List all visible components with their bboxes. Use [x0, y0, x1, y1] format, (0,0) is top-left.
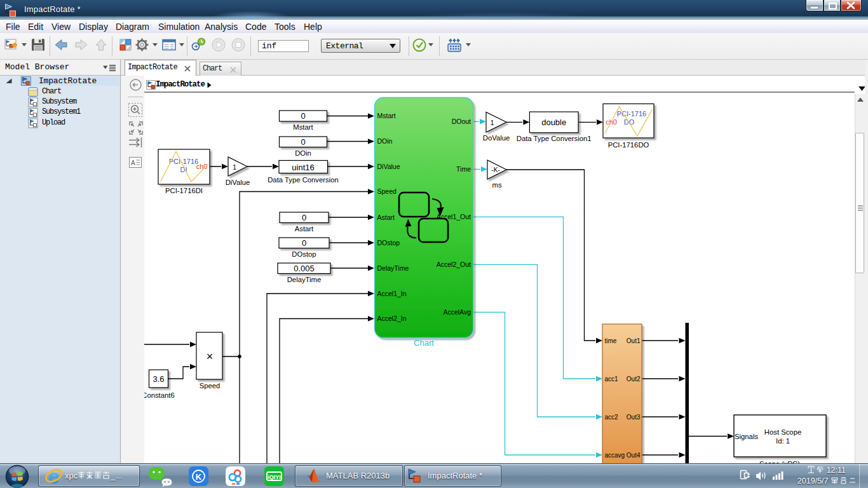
- svg-text:DiValue: DiValue: [377, 163, 400, 170]
- svg-text:DiValue: DiValue: [226, 179, 250, 186]
- svg-text:Accel2_Out: Accel2_Out: [437, 261, 471, 268]
- svg-text:PCI-1716: PCI-1716: [169, 158, 198, 165]
- svg-text:DOin: DOin: [295, 149, 311, 157]
- svg-text:Accel1_In: Accel1_In: [377, 290, 407, 297]
- svg-text:Constant6: Constant6: [144, 391, 175, 399]
- svg-text:Mstart: Mstart: [293, 123, 313, 131]
- svg-text:DelayTime: DelayTime: [377, 264, 409, 272]
- svg-text:PCI-1716: PCI-1716: [617, 110, 646, 118]
- svg-text:PCI-1716DO: PCI-1716DO: [608, 141, 649, 149]
- svg-text:Out1: Out1: [627, 337, 641, 344]
- svg-text:×: ×: [207, 350, 214, 363]
- svg-text:ms: ms: [492, 181, 501, 189]
- svg-text:double: double: [541, 118, 566, 127]
- svg-text:Out2: Out2: [627, 376, 641, 383]
- svg-text:0.005: 0.005: [294, 264, 315, 273]
- svg-text:DOout: DOout: [452, 118, 471, 125]
- svg-text:DOin: DOin: [377, 137, 393, 145]
- svg-text:Data Type Conversion1: Data Type Conversion1: [517, 135, 592, 142]
- svg-text:Accel2_In: Accel2_In: [377, 315, 407, 322]
- svg-text:DoValue: DoValue: [483, 134, 510, 142]
- svg-text:1: 1: [490, 119, 494, 126]
- svg-text:0: 0: [301, 111, 305, 121]
- svg-text:acc2: acc2: [605, 414, 619, 421]
- svg-text:DOstop: DOstop: [292, 250, 316, 258]
- svg-text:Astart: Astart: [377, 214, 395, 221]
- svg-text:Astart: Astart: [295, 225, 314, 233]
- svg-text:accavg: accavg: [605, 452, 625, 459]
- svg-text:0: 0: [302, 238, 306, 248]
- svg-text:Out3: Out3: [627, 414, 641, 421]
- svg-text:PCI-1716DI: PCI-1716DI: [165, 187, 203, 194]
- svg-text:3.6: 3.6: [153, 374, 164, 384]
- svg-text:Signals: Signals: [735, 433, 758, 440]
- svg-text:Speed: Speed: [200, 382, 220, 390]
- svg-text:0: 0: [301, 137, 305, 147]
- svg-text:Time: Time: [456, 165, 471, 173]
- svg-text:Host Scope: Host Scope: [764, 428, 801, 436]
- svg-text:time: time: [605, 337, 617, 344]
- svg-text:uint16: uint16: [292, 163, 314, 172]
- svg-text:A: A: [131, 159, 135, 166]
- svg-text:Id: 1: Id: 1: [776, 437, 790, 445]
- svg-text:acc1: acc1: [605, 376, 619, 383]
- svg-text:Mstart: Mstart: [377, 112, 396, 119]
- svg-text:Data Type Conversion: Data Type Conversion: [268, 176, 339, 184]
- svg-text:DelayTime: DelayTime: [287, 276, 322, 283]
- svg-text:Chart: Chart: [414, 338, 434, 348]
- svg-text:iQIYI: iQIYI: [268, 474, 281, 480]
- svg-text:K: K: [196, 472, 202, 482]
- svg-text:0: 0: [302, 213, 306, 222]
- svg-text:DO: DO: [624, 118, 635, 126]
- svg-text:1: 1: [233, 163, 236, 171]
- svg-text:AccelAvg: AccelAvg: [443, 308, 471, 316]
- svg-text:Speed: Speed: [377, 187, 397, 195]
- svg-text:Out4: Out4: [627, 452, 641, 459]
- svg-text:-K-: -K-: [491, 166, 499, 173]
- svg-text:DOstop: DOstop: [377, 239, 400, 247]
